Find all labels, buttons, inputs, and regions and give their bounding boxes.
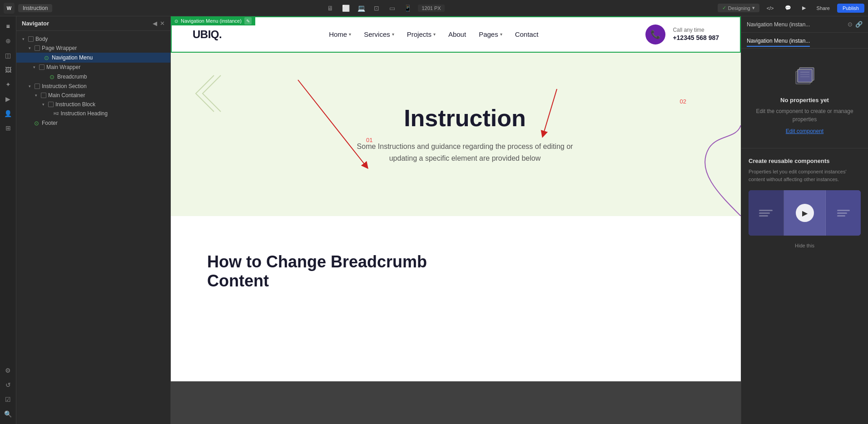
tree-item-main-wrapper[interactable]: ▾ Main Wrapper (16, 63, 170, 72)
history-icon[interactable]: ↺ (2, 379, 15, 391)
tree-label-main-container: Main Container (48, 92, 85, 99)
nav-link-about[interactable]: About (448, 30, 466, 38)
tree-item-instruction-section[interactable]: ▾ Instruction Section (16, 82, 170, 91)
tree-label-navigation-menu: Navigation Menu (52, 54, 93, 61)
box-icon-svg (792, 63, 818, 89)
nav-link-contact[interactable]: Contact (515, 30, 539, 38)
slide-line (837, 210, 850, 211)
icon-sidebar: ≡ ⊕ ◫ 🖼 ✦ ▶ 👤 ⊞ ⚙ ↺ ☑ 🔍 (0, 16, 16, 424)
nav-link-home[interactable]: Home ▾ (329, 30, 351, 38)
code-view-button[interactable]: </> (763, 4, 778, 12)
site-nav-links: Home ▾ Services ▾ Projects ▾ About Pages… (329, 30, 538, 38)
grid-icon[interactable]: ⊞ (2, 122, 15, 134)
tree-item-instruction-block[interactable]: ▾ Instruction Block (16, 100, 170, 109)
instruction-block-box-icon (48, 102, 54, 107)
add-element-icon[interactable]: ⊕ (2, 35, 15, 47)
laptop-icon[interactable]: 💻 (356, 3, 366, 13)
props-settings-icon[interactable]: ⊙ (848, 21, 853, 28)
svg-line-1 (543, 89, 557, 134)
navigator-icon[interactable]: ≡ (2, 20, 15, 33)
edit-component-link[interactable]: Edit component (786, 128, 823, 134)
slide-line (837, 215, 845, 217)
tree-label-page-wrapper: Page Wrapper (42, 45, 77, 51)
nav-link-services[interactable]: Services ▾ (364, 30, 394, 38)
body-box-icon (28, 36, 34, 42)
tablet-portrait-icon[interactable]: ▭ (387, 3, 397, 13)
interactions-icon[interactable]: ▶ (2, 93, 15, 105)
navigator-panel: Navigator ◀ ✕ ▾ Body ▾ Page Wrapper ⊙ (16, 16, 171, 424)
tree-item-navigation-menu[interactable]: ⊙ Navigation Menu (16, 53, 170, 63)
video-slide-left (749, 190, 784, 236)
style-icon[interactable]: ✦ (2, 78, 15, 91)
tree-label-body: Body (35, 36, 48, 42)
page-wrapper-box-icon (35, 45, 40, 51)
wide-icon[interactable]: ⬜ (341, 3, 351, 13)
hero-description: Some Instructions and guidance regarding… (352, 141, 579, 164)
component-edit-icon[interactable]: ✎ (244, 17, 252, 25)
site-navbar: UBIQ. Home ▾ Services ▾ Projects ▾ About… (171, 16, 741, 53)
tree-item-footer[interactable]: ⊙ Footer (16, 118, 170, 128)
content-area-extra (171, 327, 741, 381)
no-props-title: No properties yet (780, 97, 829, 104)
slide-line (759, 215, 768, 217)
site-logo: UBIQ. (193, 28, 222, 41)
slide-lines-right (833, 206, 853, 220)
annotation-arrows (171, 53, 741, 216)
slide-lines-left (755, 206, 776, 220)
nav-menu-component-icon: ⊙ (43, 54, 50, 61)
pages-icon[interactable]: ◫ (2, 49, 15, 62)
label-02: 02 (680, 98, 686, 105)
app-logo[interactable]: W (4, 3, 15, 14)
no-properties-section: No properties yet Edit the component to … (741, 49, 868, 148)
nav-link-pages[interactable]: Pages ▾ (479, 30, 502, 38)
site-hero: 01 02 Instruction Some Instructions and … (171, 53, 741, 216)
search-icon[interactable]: 🔍 (2, 408, 15, 420)
phone-circle: 📞 (645, 25, 665, 44)
navigator-collapse-icon[interactable]: ◀ (153, 20, 157, 27)
tree-label-breadcrumb: Breadcrumb (57, 74, 87, 80)
properties-panel: Navigation Menu (instan... ⊙ 🔗 Navigatio… (741, 16, 868, 424)
settings-icon[interactable]: ⚙ (2, 364, 15, 377)
assets-icon[interactable]: 🖼 (2, 64, 15, 76)
component-label-overlay: ⊙ Navigation Menu (instance) ✎ (171, 16, 255, 25)
no-props-description: Edit the component to create or manage p… (750, 107, 859, 123)
tree-label-instruction-heading: Instruction Heading (61, 110, 108, 117)
users-icon[interactable]: 👤 (2, 107, 15, 120)
designing-mode-button[interactable]: ✓ Designing ▾ (718, 4, 759, 12)
topbar-left: W Instruction (4, 3, 52, 14)
hide-this-button[interactable]: Hide this (749, 241, 861, 250)
navigator-tree: ▾ Body ▾ Page Wrapper ⊙ Navigation Menu … (16, 31, 170, 424)
site-nav-right: 📞 Call any time +12345 568 987 (645, 25, 719, 44)
preview-button[interactable]: ▶ (799, 4, 809, 12)
publish-button[interactable]: Publish (837, 4, 864, 13)
mobile-icon[interactable]: 📱 (402, 3, 412, 13)
play-button[interactable]: ▶ (796, 204, 814, 222)
comment-button[interactable]: 💬 (781, 4, 795, 12)
props-link-icon[interactable]: 🔗 (855, 21, 863, 28)
tree-item-breadcrumb[interactable]: ⊙ Breadcrumb (16, 72, 170, 82)
video-thumbnail[interactable]: ▶ (749, 190, 861, 236)
properties-header: Navigation Menu (instan... ⊙ 🔗 (741, 16, 868, 33)
canvas-area[interactable]: UBIQ. Home ▾ Services ▾ Projects ▾ About… (171, 16, 741, 424)
video-slides: ▶ (749, 190, 861, 236)
tree-label-instruction-section: Instruction Section (42, 83, 87, 89)
desktop-icon[interactable]: 🖥 (325, 3, 335, 13)
tree-item-main-container[interactable]: ▾ Main Container (16, 91, 170, 100)
checkmarks-icon[interactable]: ☑ (2, 393, 15, 406)
page-title-tab[interactable]: Instruction (18, 4, 52, 12)
tree-item-instruction-heading[interactable]: H2 Instruction Heading (16, 109, 170, 118)
tree-label-instruction-block: Instruction Block (55, 101, 95, 108)
nav-link-projects[interactable]: Projects ▾ (407, 30, 436, 38)
tree-item-body[interactable]: ▾ Body (16, 35, 170, 44)
site-navbar-wrapper: UBIQ. Home ▾ Services ▾ Projects ▾ About… (171, 16, 741, 53)
tree-item-page-wrapper[interactable]: ▾ Page Wrapper (16, 44, 170, 53)
component-icon: ⊙ (174, 19, 178, 24)
tree-label-footer: Footer (42, 120, 58, 126)
slide-line (759, 210, 773, 211)
svg-rect-4 (798, 69, 812, 82)
main-wrapper-box-icon (39, 64, 45, 70)
tablet-landscape-icon[interactable]: ⊡ (372, 3, 382, 13)
share-button[interactable]: Share (813, 4, 833, 12)
navigator-close-icon[interactable]: ✕ (160, 20, 165, 27)
properties-tab[interactable]: Navigation Menu (instan... (747, 38, 810, 47)
